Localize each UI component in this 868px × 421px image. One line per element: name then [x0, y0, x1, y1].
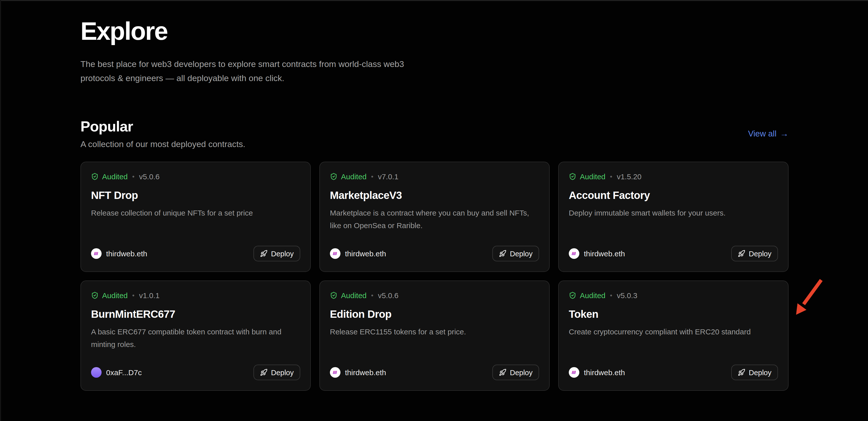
contract-description: Deploy immutable smart wallets for your … — [569, 206, 778, 219]
thirdweb-avatar — [569, 248, 579, 259]
publisher-link[interactable]: 0xaF...D7c — [91, 367, 142, 378]
audited-badge: Audited — [569, 291, 606, 300]
deploy-button[interactable]: Deploy — [253, 246, 300, 261]
card-badge-row: Audited • v5.0.3 — [569, 291, 778, 300]
publisher-name: thirdweb.eth — [584, 249, 625, 258]
rocket-icon — [260, 369, 268, 376]
publisher-link[interactable]: thirdweb.eth — [569, 367, 625, 378]
main-content: Explore The best place for web3 develope… — [81, 0, 788, 391]
view-all-link[interactable]: View all → — [748, 129, 788, 139]
deploy-button[interactable]: Deploy — [492, 246, 539, 261]
card-badge-row: Audited • v1.5.20 — [569, 172, 778, 181]
card-footer: thirdweb.eth Deploy — [569, 246, 778, 261]
audited-label: Audited — [102, 291, 128, 300]
deploy-label: Deploy — [271, 250, 294, 258]
popular-section-title: Popular — [81, 118, 245, 135]
contract-version: v5.0.3 — [617, 291, 638, 300]
thirdweb-logo-icon — [93, 250, 100, 257]
deploy-button[interactable]: Deploy — [492, 365, 539, 380]
publisher-link[interactable]: thirdweb.eth — [91, 248, 147, 259]
contract-description: Release collection of unique NFTs for a … — [91, 206, 300, 219]
audited-badge: Audited — [91, 172, 128, 181]
card-footer: thirdweb.eth Deploy — [330, 365, 539, 380]
badge-separator-dot: • — [371, 291, 373, 299]
audited-label: Audited — [580, 172, 606, 181]
card-footer: thirdweb.eth Deploy — [569, 365, 778, 380]
contract-description: Release ERC1155 tokens for a set price. — [330, 325, 539, 338]
rocket-icon — [260, 250, 268, 257]
deploy-label: Deploy — [510, 368, 533, 376]
card-footer: thirdweb.eth Deploy — [330, 246, 539, 261]
audited-label: Audited — [102, 172, 128, 181]
publisher-link[interactable]: thirdweb.eth — [330, 248, 386, 259]
popular-section-header: Popular A collection of our most deploye… — [81, 118, 788, 149]
publisher-name: thirdweb.eth — [345, 368, 386, 377]
contract-title: Token — [569, 308, 778, 321]
contract-version: v1.0.1 — [139, 291, 160, 300]
page-subtitle: The best place for web3 developers to ex… — [81, 57, 433, 86]
audited-badge: Audited — [569, 172, 606, 181]
audited-badge: Audited — [91, 291, 128, 300]
shield-check-icon — [91, 173, 99, 180]
thirdweb-logo-icon — [332, 369, 338, 376]
contract-version: v1.5.20 — [617, 172, 642, 181]
contract-card[interactable]: Audited • v5.0.6 Edition Drop Release ER… — [319, 281, 550, 391]
thirdweb-avatar — [91, 248, 101, 259]
contract-version: v5.0.6 — [378, 291, 399, 300]
contract-version: v5.0.6 — [139, 172, 160, 181]
card-footer: 0xaF...D7c Deploy — [91, 365, 300, 380]
contract-card[interactable]: Audited • v1.0.1 BurnMintERC677 A basic … — [81, 281, 311, 391]
deploy-button[interactable]: Deploy — [731, 246, 778, 261]
publisher-link[interactable]: thirdweb.eth — [569, 248, 625, 259]
contract-title: Edition Drop — [330, 308, 539, 321]
contract-card[interactable]: Audited • v5.0.6 NFT Drop Release collec… — [81, 162, 311, 272]
deploy-button[interactable]: Deploy — [253, 365, 300, 380]
shield-check-icon — [91, 291, 99, 299]
audited-label: Audited — [341, 291, 367, 300]
thirdweb-logo-icon — [332, 250, 338, 257]
rocket-icon — [738, 250, 745, 257]
publisher-link[interactable]: thirdweb.eth — [330, 367, 386, 378]
audited-label: Audited — [341, 172, 367, 181]
popular-section-subtitle: A collection of our most deployed contra… — [81, 140, 245, 149]
deploy-label: Deploy — [749, 368, 771, 376]
card-badge-row: Audited • v5.0.6 — [91, 172, 300, 181]
left-edge-divider — [0, 0, 1, 421]
rocket-icon — [738, 369, 745, 376]
shield-check-icon — [330, 291, 337, 299]
publisher-name: thirdweb.eth — [584, 368, 625, 377]
contract-description: Create cryptocurrency compliant with ERC… — [569, 325, 778, 338]
contract-title: BurnMintERC677 — [91, 308, 300, 321]
contract-description: A basic ERC677 compatible token contract… — [91, 325, 300, 350]
contract-card[interactable]: Audited • v1.5.20 Account Factory Deploy… — [558, 162, 788, 272]
thirdweb-logo-icon — [571, 369, 577, 376]
shield-check-icon — [569, 291, 576, 299]
page-title: Explore — [81, 17, 788, 45]
thirdweb-avatar — [569, 367, 579, 378]
audited-badge: Audited — [330, 291, 367, 300]
thirdweb-logo-icon — [571, 250, 577, 257]
rocket-icon — [499, 250, 506, 257]
contract-card[interactable]: Audited • v5.0.3 Token Create cryptocurr… — [558, 281, 788, 391]
rocket-icon — [499, 369, 506, 376]
deploy-label: Deploy — [749, 250, 771, 258]
shield-check-icon — [330, 173, 337, 180]
contract-card[interactable]: Audited • v7.0.1 MarketplaceV3 Marketpla… — [319, 162, 550, 272]
badge-separator-dot: • — [132, 291, 134, 299]
card-badge-row: Audited • v7.0.1 — [330, 172, 539, 181]
card-badge-row: Audited • v5.0.6 — [330, 291, 539, 300]
popular-heading-block: Popular A collection of our most deploye… — [81, 118, 245, 149]
badge-separator-dot: • — [610, 291, 612, 299]
shield-check-icon — [569, 173, 576, 180]
publisher-name: 0xaF...D7c — [106, 368, 142, 377]
card-footer: thirdweb.eth Deploy — [91, 246, 300, 261]
audited-badge: Audited — [330, 172, 367, 181]
card-badge-row: Audited • v1.0.1 — [91, 291, 300, 300]
contract-title: Account Factory — [569, 189, 778, 202]
deploy-label: Deploy — [271, 368, 294, 376]
deploy-label: Deploy — [510, 250, 533, 258]
arrow-right-icon: → — [780, 129, 788, 139]
thirdweb-avatar — [330, 248, 340, 259]
deploy-button[interactable]: Deploy — [731, 365, 778, 380]
contract-title: MarketplaceV3 — [330, 189, 539, 202]
